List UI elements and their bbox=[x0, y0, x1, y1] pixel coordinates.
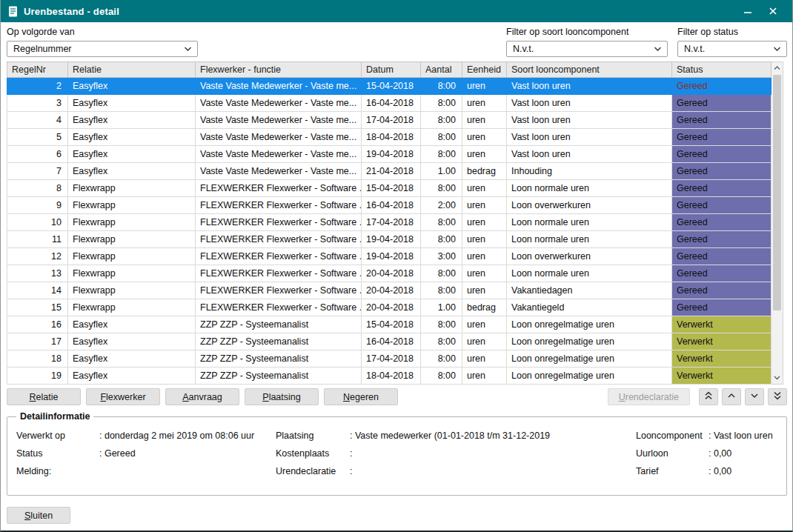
detail-value-uurloon: : 0,00 bbox=[709, 448, 777, 459]
header-relatie[interactable]: Relatie bbox=[68, 62, 196, 78]
cell-flexwerker: Vaste Vaste Medewerker - Vaste me... bbox=[196, 129, 362, 146]
titlebar: Urenbestand - detail bbox=[1, 0, 792, 22]
plaatsing-button[interactable]: Plaatsing bbox=[245, 388, 319, 405]
table-row[interactable]: 18 Easyflex ZZP ZZP - Systeemanalist 17-… bbox=[7, 350, 772, 368]
cell-relatie: Easyflex bbox=[68, 368, 196, 385]
detail-value-kostenplaats: : bbox=[350, 448, 636, 459]
detail-value-verwerkt-op: : donderdag 2 mei 2019 om 08:06 uur bbox=[99, 430, 276, 441]
nav-first-button[interactable] bbox=[699, 388, 718, 405]
cell-flexwerker: FLEXWERKER Flexwerker - Software ... bbox=[196, 197, 362, 214]
header-aantal[interactable]: Aantal bbox=[421, 62, 462, 78]
cell-status: Gereed bbox=[672, 214, 772, 231]
cell-aantal: 8:00 bbox=[421, 95, 462, 112]
cell-status: Gereed bbox=[672, 299, 772, 316]
scrollbar-thumb[interactable] bbox=[773, 75, 781, 310]
cell-datum: 20-04-2018 bbox=[362, 282, 421, 299]
cell-looncomponent: Loon overwerkuren bbox=[507, 248, 672, 265]
minimize-button[interactable] bbox=[736, 1, 760, 21]
header-status[interactable]: Status bbox=[672, 62, 772, 78]
scrollbar-track[interactable] bbox=[772, 74, 783, 372]
cell-relatie: Easyflex bbox=[68, 129, 196, 146]
header-flexwerker[interactable]: Flexwerker - functie bbox=[196, 62, 362, 78]
dialog-content: Op volgorde van Regelnummer Filter op so… bbox=[1, 22, 792, 531]
table-row[interactable]: 16 Easyflex ZZP ZZP - Systeemanalist 15-… bbox=[7, 316, 772, 333]
negeren-button[interactable]: Negeren bbox=[324, 388, 398, 405]
cell-regelnr: 13 bbox=[7, 265, 68, 282]
cell-flexwerker: FLEXWERKER Flexwerker - Software ... bbox=[196, 214, 362, 231]
scrollbar-up-icon[interactable] bbox=[772, 62, 783, 74]
status-dropdown[interactable]: N.v.t. bbox=[677, 41, 787, 57]
table-row[interactable]: 19 Easyflex ZZP ZZP - Systeemanalist 18-… bbox=[7, 368, 772, 385]
detail-panel: Detailinformatie Verwerkt op : donderdag… bbox=[7, 411, 787, 496]
cell-eenheid: uren bbox=[462, 129, 507, 146]
cell-datum: 21-04-2018 bbox=[362, 163, 421, 180]
detail-label-uurloon: Uurloon bbox=[636, 448, 709, 459]
cell-status: Gereed bbox=[672, 248, 772, 265]
cell-status: Gereed bbox=[672, 231, 772, 248]
table-row[interactable]: 9 Flexwrapp FLEXWERKER Flexwerker - Soft… bbox=[7, 197, 772, 214]
cell-looncomponent: Vast loon uren bbox=[507, 78, 672, 95]
table-row[interactable]: 15 Flexwrapp FLEXWERKER Flexwerker - Sof… bbox=[7, 299, 772, 316]
flexwerker-button[interactable]: Flexwerker bbox=[86, 388, 160, 405]
detail-grid: Verwerkt op : donderdag 2 mei 2019 om 08… bbox=[16, 430, 777, 476]
table-row[interactable]: 8 Flexwrapp FLEXWERKER Flexwerker - Soft… bbox=[7, 180, 772, 197]
cell-eenheid: uren bbox=[462, 95, 507, 112]
cell-regelnr: 10 bbox=[7, 214, 68, 231]
table-row[interactable]: 4 Easyflex Vaste Vaste Medewerker - Vast… bbox=[7, 112, 772, 129]
nav-previous-button[interactable] bbox=[722, 388, 741, 405]
cell-relatie: Flexwrapp bbox=[68, 214, 196, 231]
detail-value-urendeclaratie: : bbox=[350, 466, 636, 476]
cell-flexwerker: Vaste Vaste Medewerker - Vaste me... bbox=[196, 78, 362, 95]
cell-eenheid: uren bbox=[462, 231, 507, 248]
nav-last-button[interactable] bbox=[768, 388, 787, 405]
cell-status: Verwerkt bbox=[672, 350, 772, 368]
detail-label-plaatsing: Plaatsing bbox=[276, 430, 350, 441]
header-eenheid[interactable]: Eenheid bbox=[462, 62, 507, 78]
cell-status: Gereed bbox=[672, 95, 772, 112]
table-row[interactable]: 2 Easyflex Vaste Vaste Medewerker - Vast… bbox=[7, 78, 772, 95]
cell-status: Verwerkt bbox=[672, 368, 772, 385]
table-row[interactable]: 12 Flexwrapp FLEXWERKER Flexwerker - Sof… bbox=[7, 248, 772, 265]
detail-value-plaatsing: : Vaste medewerker (01-01-2018 t/m 31-12… bbox=[350, 430, 636, 441]
cell-datum: 17-04-2018 bbox=[362, 214, 421, 231]
header-datum[interactable]: Datum bbox=[362, 62, 421, 78]
hours-table: RegelNr Relatie Flexwerker - functie Dat… bbox=[7, 61, 772, 385]
nav-next-button[interactable] bbox=[745, 388, 764, 405]
looncomponent-filter-group: Filter op soort looncomponent N.v.t. bbox=[506, 27, 668, 57]
table-row[interactable]: 13 Flexwrapp FLEXWERKER Flexwerker - Sof… bbox=[7, 265, 772, 282]
table-row[interactable]: 5 Easyflex Vaste Vaste Medewerker - Vast… bbox=[7, 129, 772, 146]
table-row[interactable]: 3 Easyflex Vaste Vaste Medewerker - Vast… bbox=[7, 95, 772, 112]
vertical-scrollbar[interactable] bbox=[772, 61, 783, 385]
table-row[interactable]: 7 Easyflex Vaste Vaste Medewerker - Vast… bbox=[7, 163, 772, 180]
sluiten-button[interactable]: Sluiten bbox=[7, 507, 70, 524]
cell-flexwerker: FLEXWERKER Flexwerker - Software ... bbox=[196, 180, 362, 197]
table-row[interactable]: 6 Easyflex Vaste Vaste Medewerker - Vast… bbox=[7, 146, 772, 163]
double-chevron-down-icon bbox=[773, 391, 782, 402]
order-dropdown[interactable]: Regelnummer bbox=[7, 41, 198, 57]
header-looncomponent[interactable]: Soort looncomponent bbox=[507, 62, 672, 78]
cell-aantal: 8:00 bbox=[421, 214, 462, 231]
header-regelnr[interactable]: RegelNr bbox=[7, 62, 68, 78]
cell-flexwerker: Vaste Vaste Medewerker - Vaste me... bbox=[196, 95, 362, 112]
looncomponent-dropdown[interactable]: N.v.t. bbox=[506, 41, 668, 57]
urendeclaratie-button[interactable]: Urendeclaratie bbox=[608, 388, 690, 405]
aanvraag-button[interactable]: Aanvraag bbox=[165, 388, 239, 405]
cell-flexwerker: FLEXWERKER Flexwerker - Software ... bbox=[196, 299, 362, 316]
table-row[interactable]: 10 Flexwrapp FLEXWERKER Flexwerker - Sof… bbox=[7, 214, 772, 231]
cell-looncomponent: Loon onregelmatige uren bbox=[507, 368, 672, 385]
chevron-down-icon bbox=[750, 391, 759, 402]
cell-eenheid: uren bbox=[462, 282, 507, 299]
cell-regelnr: 19 bbox=[7, 368, 68, 385]
relatie-button[interactable]: Relatie bbox=[7, 388, 81, 405]
order-filter-group: Op volgorde van Regelnummer bbox=[7, 27, 198, 57]
cell-aantal: 1.00 bbox=[421, 163, 462, 180]
table-row[interactable]: 11 Flexwrapp FLEXWERKER Flexwerker - Sof… bbox=[7, 231, 772, 248]
cell-eenheid: uren bbox=[462, 248, 507, 265]
close-button[interactable] bbox=[761, 1, 785, 21]
scrollbar-down-icon[interactable] bbox=[772, 372, 783, 384]
cell-aantal: 8:00 bbox=[421, 112, 462, 129]
table-row[interactable]: 17 Easyflex ZZP ZZP - Systeemanalist 16-… bbox=[7, 333, 772, 350]
window-controls bbox=[736, 1, 785, 21]
table-row[interactable]: 14 Flexwrapp FLEXWERKER Flexwerker - Sof… bbox=[7, 282, 772, 299]
cell-regelnr: 15 bbox=[7, 299, 68, 316]
